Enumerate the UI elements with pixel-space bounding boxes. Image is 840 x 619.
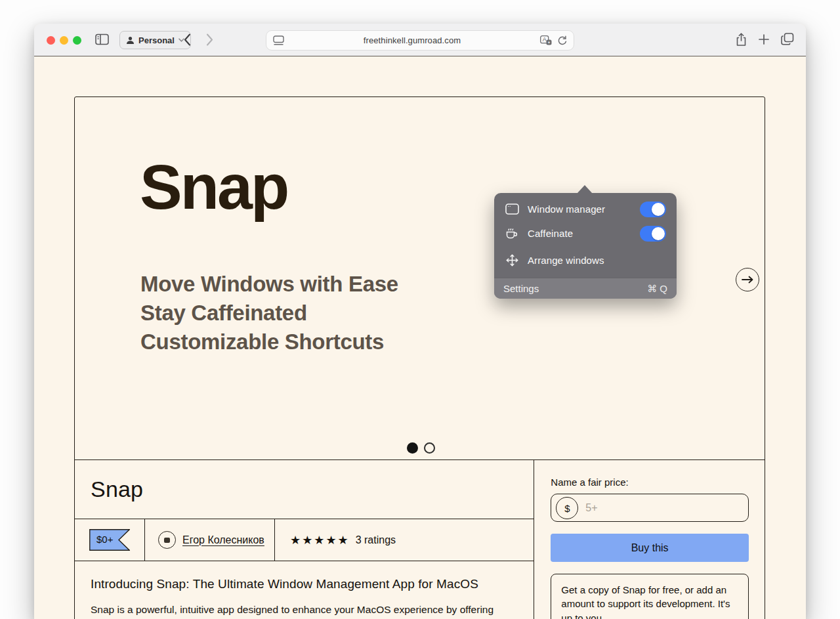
address-bar[interactable]: freethinkell.gumroad.com A ✦ (266, 30, 574, 51)
minimize-window-button[interactable] (60, 36, 68, 45)
hero-carousel: Snap Move Windows with Ease Stay Caffein… (75, 97, 765, 460)
url-text[interactable]: freethinkell.gumroad.com (284, 35, 540, 45)
menu-item-label: Window manager (528, 203, 605, 215)
menu-item-label: Arrange windows (528, 255, 604, 266)
carousel-dot-1[interactable] (407, 442, 418, 454)
price-label: Name a fair price: (551, 477, 749, 488)
menu-item-settings[interactable]: Settings ⌘ Q (494, 278, 677, 299)
coffee-cup-icon (505, 227, 519, 240)
hero-headline: Move Windows with Ease Stay Caffeinated … (140, 270, 398, 356)
app-menu-popup: Window manager (494, 193, 677, 299)
star-rating-icons: ★★★★★ (290, 533, 350, 547)
snap-logo: Snap (140, 155, 287, 219)
profile-label: Personal (138, 35, 175, 45)
menu-item-arrange-windows[interactable]: Arrange windows (494, 247, 677, 274)
move-arrows-icon (505, 253, 519, 267)
description-body: Snap is a powerful, intuitive app design… (91, 603, 518, 617)
author-avatar (158, 531, 176, 549)
menu-item-caffeinate[interactable]: Caffeinate (494, 220, 677, 247)
headline-line-3: Customizable Shortcuts (140, 328, 398, 356)
reload-icon[interactable] (557, 35, 567, 46)
translate-icon[interactable]: A ✦ (540, 35, 552, 45)
description-heading: Introducing Snap: The Ultimate Window Ma… (91, 577, 518, 591)
author-cell: Егор Колесников (145, 519, 275, 561)
rating-cell[interactable]: ★★★★★ 3 ratings (275, 519, 534, 561)
toggle-knob (652, 203, 665, 216)
headline-line-1: Move Windows with Ease (140, 270, 398, 299)
profile-button[interactable]: Personal (119, 31, 191, 49)
page-content: Snap Move Windows with Ease Stay Caffein… (34, 56, 806, 619)
forward-button[interactable] (206, 33, 213, 46)
menu-item-label: Caffeinate (528, 228, 573, 239)
ratings-count: 3 ratings (356, 534, 396, 546)
product-meta-row: $0+ Егор Колесников ★★★★★ 3 ratings (75, 519, 534, 561)
carousel-dot-2[interactable] (424, 442, 435, 454)
back-button[interactable] (184, 33, 191, 46)
price-tag-label: $0+ (96, 534, 113, 545)
safari-window: Personal freethinke (34, 24, 806, 619)
svg-text:✦: ✦ (547, 40, 551, 45)
sidebar-icon[interactable] (95, 33, 109, 45)
settings-label: Settings (503, 283, 539, 294)
product-info-column: Snap $0+ Егор Колесни (75, 460, 534, 619)
window-manager-toggle[interactable] (640, 202, 666, 217)
product-title: Snap (75, 460, 534, 519)
product-details: Snap $0+ Егор Колесни (75, 460, 765, 619)
close-window-button[interactable] (47, 36, 55, 45)
browser-toolbar: Personal freethinke (34, 24, 806, 56)
arrow-right-icon (742, 276, 753, 284)
share-icon[interactable] (736, 33, 747, 47)
author-link[interactable]: Егор Колесников (182, 534, 264, 546)
buy-button[interactable]: Buy this (551, 534, 749, 562)
menu-item-window-manager[interactable]: Window manager (494, 193, 677, 220)
carousel-next-button[interactable] (736, 268, 759, 291)
headline-line-2: Stay Caffeinated (140, 299, 398, 328)
settings-shortcut: ⌘ Q (647, 283, 667, 295)
page-format-icon[interactable] (273, 35, 284, 45)
person-icon (126, 36, 135, 45)
description-section: Introducing Snap: The Ultimate Window Ma… (75, 561, 534, 617)
pricing-note: Get a copy of Snap for free, or add an a… (551, 574, 749, 619)
price-tag: $0+ (89, 529, 130, 551)
product-card: Snap Move Windows with Ease Stay Caffein… (74, 96, 765, 619)
tab-overview-icon[interactable] (781, 33, 794, 45)
price-cell: $0+ (75, 519, 145, 561)
carousel-dots (407, 442, 435, 454)
toggle-knob (652, 227, 665, 240)
new-tab-icon[interactable] (759, 34, 769, 45)
price-input[interactable] (551, 494, 748, 521)
caffeinate-toggle[interactable] (640, 226, 666, 242)
purchase-column: Name a fair price: $ Buy this Get a copy… (534, 460, 765, 619)
currency-symbol: $ (564, 503, 570, 514)
zoom-window-button[interactable] (73, 36, 81, 45)
window-icon (505, 203, 519, 215)
svg-text:A: A (543, 36, 547, 43)
price-input-wrap: $ (551, 494, 749, 522)
avatar-mark (164, 538, 170, 543)
